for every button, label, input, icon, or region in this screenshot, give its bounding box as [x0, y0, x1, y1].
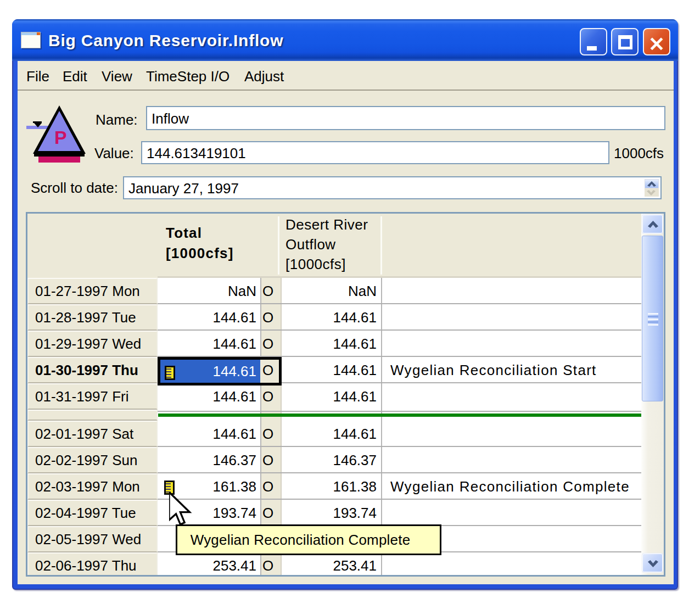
svg-text:P: P: [54, 127, 67, 148]
